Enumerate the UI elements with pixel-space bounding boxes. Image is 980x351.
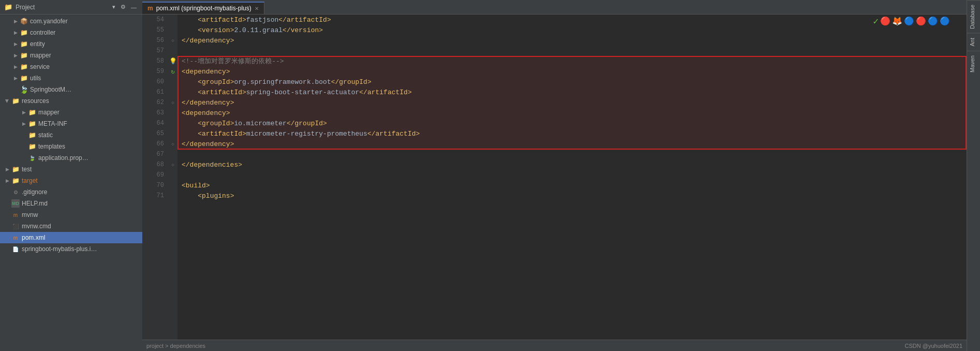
arrow-icon: ▶	[4, 178, 10, 183]
tree-item-service[interactable]: ▶ 📁 service	[0, 61, 142, 72]
xml-icon: m	[11, 233, 20, 242]
code-line-59: <dependency>	[177, 66, 967, 77]
code-line-66: </dependency>	[177, 139, 967, 149]
arrow-icon: ▶	[12, 41, 19, 47]
browser-icon-3[interactable]: 🔵	[904, 16, 914, 26]
arrow-icon: ▶	[12, 19, 19, 24]
xml-tag: groupId	[294, 120, 323, 127]
breadcrumb: project > dependencies	[146, 343, 205, 349]
browser-icon-5[interactable]: 🔵	[928, 16, 938, 26]
xml-tag: dependency	[190, 37, 230, 45]
tree-item-entity[interactable]: ▶ 📁 entity	[0, 38, 142, 50]
folder-icon: 📁	[28, 131, 36, 139]
sidebar-minimize-btn[interactable]: —	[129, 3, 138, 11]
tree-label: mapper	[38, 109, 60, 116]
xml-tag: build	[186, 182, 206, 189]
lightbulb-icon[interactable]: 💡	[169, 57, 177, 65]
tree-item-templates[interactable]: ▶ 📁 templates	[0, 141, 142, 152]
line-numbers: 54 55 56 57 58 59 60 61 62 63 64 65 66 6…	[142, 14, 168, 340]
browser-icon-6[interactable]: 🔵	[940, 16, 950, 26]
arrow-icon: ▶	[12, 30, 19, 35]
tree-label: pom.xml	[22, 234, 45, 241]
browser-icon-1[interactable]: 🔴	[880, 16, 890, 26]
xml-bracket: <	[182, 68, 186, 76]
tree-label: service	[30, 63, 50, 70]
tree-item-static[interactable]: ▶ 📁 static	[0, 129, 142, 141]
gutter-54	[168, 14, 177, 25]
line-num-70: 70	[142, 180, 168, 191]
sidebar-expand-btn[interactable]: ▾	[111, 3, 117, 11]
sidebar-controls: ▾ ⚙ —	[111, 3, 138, 11]
mvn-icon: m	[11, 211, 20, 219]
tree-item-application-prop[interactable]: ▶ 🍃 application.prop…	[0, 152, 142, 164]
line-num-64: 64	[142, 118, 168, 128]
tree-item-help-md[interactable]: ▶ MD HELP.md	[0, 198, 142, 209]
gutter-70	[168, 180, 177, 191]
xml-bracket: >	[319, 26, 323, 34]
xml-text: 2.0.11.graal	[234, 26, 283, 34]
xml-bracket: >	[230, 99, 234, 107]
gutter: ◇ 💡 ↻ ◇ ◇ ◇	[168, 14, 177, 340]
browser-icon-2[interactable]: 🦊	[892, 16, 902, 26]
tree-item-gitignore[interactable]: ▶ ⚙ .gitignore	[0, 186, 142, 198]
tree-item-mvnw-cmd[interactable]: ▶ ⬛ mvnw.cmd	[0, 221, 142, 232]
tree-label: test	[22, 166, 32, 173]
code-line-55: <version>2.0.11.graal</version>	[177, 25, 967, 35]
vertical-tab-ant[interactable]: Ant	[967, 33, 980, 51]
line-num-59: 59	[142, 66, 168, 77]
fold-icon-66: ◇	[171, 141, 174, 147]
gutter-60	[168, 77, 177, 87]
tree-item-test[interactable]: ▶ 📁 test	[0, 164, 142, 175]
xml-tag: dependency	[190, 140, 230, 148]
line-num-57: 57	[142, 46, 168, 56]
folder-icon: 📁	[20, 51, 28, 60]
sidebar-settings-btn[interactable]: ⚙	[119, 3, 127, 11]
tree-label: mvnw	[22, 211, 38, 218]
gutter-69	[168, 170, 177, 180]
tree-item-utils[interactable]: ▶ 📁 utils	[0, 72, 142, 84]
xml-tag: dependency	[186, 68, 226, 76]
tree-item-mapper[interactable]: ▶ 📁 mapper	[0, 50, 142, 61]
gutter-71	[168, 191, 177, 201]
xml-tag: dependency	[186, 109, 226, 117]
tree-item-springboot-mybatis[interactable]: ▶ 📄 springboot-mybatis-plus.i…	[0, 243, 142, 255]
editor-tab-pom[interactable]: m pom.xml (springboot-mybatis-plus) ✕	[142, 2, 264, 14]
line-num-66: 66	[142, 139, 168, 149]
vertical-tab-database[interactable]: Database	[967, 0, 980, 33]
xml-bracket: <	[198, 192, 202, 200]
line-num-54: 54	[142, 14, 168, 25]
code-content[interactable]: <artifactId>fastjson</artifactId> <versi…	[177, 14, 967, 340]
code-line-62: </dependency>	[177, 97, 967, 108]
tree-item-pom-xml[interactable]: ▶ m pom.xml	[0, 232, 142, 243]
browser-icon-4[interactable]: 🔴	[916, 16, 926, 26]
tab-close-btn[interactable]: ✕	[255, 6, 259, 11]
iml-icon: 📄	[11, 245, 20, 253]
tree-item-meta-inf[interactable]: ▶ 📁 META-INF	[0, 118, 142, 129]
xml-bracket: <	[198, 120, 202, 127]
xml-tag: plugins	[202, 192, 230, 200]
xml-bracket: >	[238, 161, 242, 169]
arrow-icon: ▶	[21, 121, 27, 126]
xml-bracket: </	[182, 161, 190, 169]
code-text	[182, 16, 198, 24]
tree-label: entity	[30, 40, 45, 48]
tree-item-springbootm[interactable]: ▶ 🍃 SpringbootM…	[0, 84, 142, 95]
folder-icon: 📁	[28, 120, 36, 128]
tree-item-controller[interactable]: ▶ 📁 controller	[0, 27, 142, 38]
xml-indent	[182, 192, 198, 200]
xml-bracket: <	[198, 16, 202, 24]
tree-item-resources[interactable]: ▶ 📁 resources	[0, 95, 142, 107]
tree-item-target[interactable]: ▶ 📁 target	[0, 175, 142, 186]
xml-bracket: >	[416, 130, 420, 138]
tab-bar: m pom.xml (springboot-mybatis-plus) ✕	[142, 0, 967, 14]
xml-bracket: <	[198, 89, 202, 96]
gutter-62: ◇	[168, 97, 177, 108]
tree-item-mapper2[interactable]: ▶ 📁 mapper	[0, 107, 142, 118]
refresh-icon[interactable]: ↻	[171, 68, 174, 76]
xml-bracket: </	[331, 78, 339, 86]
vertical-tab-maven[interactable]: Maven	[967, 51, 980, 77]
tree-item-com-yandofer[interactable]: ▶ 📦 com.yandofer	[0, 16, 142, 27]
code-line-57	[177, 46, 967, 56]
fold-icon-62: ◇	[171, 100, 174, 106]
tree-item-mvnw[interactable]: ▶ m mvnw	[0, 209, 142, 221]
